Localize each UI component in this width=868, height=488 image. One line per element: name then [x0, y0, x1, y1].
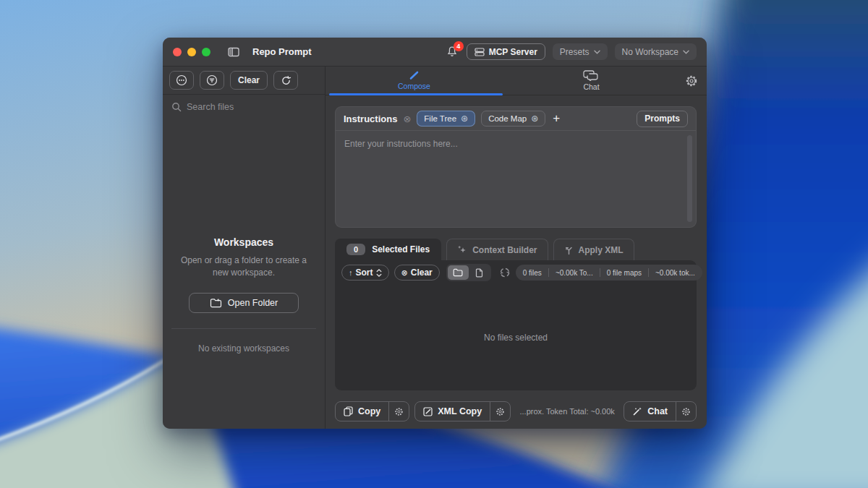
tab-compose[interactable]: Compose — [326, 67, 503, 95]
token-stats: 0 files ~0.00k To... 0 file maps ~0.00k … — [516, 265, 702, 281]
notifications-button[interactable]: 4 — [445, 45, 459, 59]
close-window-button[interactable] — [173, 48, 182, 56]
copy-icon — [344, 406, 353, 416]
selected-files-label: Selected Files — [372, 244, 430, 254]
copy-label: Copy — [358, 406, 380, 416]
open-folder-button[interactable]: Open Folder — [189, 293, 299, 313]
xml-copy-button[interactable]: XML Copy — [415, 402, 490, 421]
sidebar-toggle-icon[interactable] — [228, 47, 239, 57]
stat-file-tokens: ~0.00k To... — [556, 269, 593, 277]
server-icon — [475, 48, 485, 56]
chevron-down-icon — [683, 50, 689, 54]
instructions-scrollbar[interactable] — [687, 135, 692, 222]
sidebar: Clear — [163, 67, 326, 429]
desktop: Repo Prompt 4 — [0, 0, 868, 488]
workspace-label: No Workspace — [622, 47, 678, 57]
sort-button[interactable]: ↑ Sort — [341, 265, 389, 281]
selected-files-count-badge: 0 — [346, 244, 365, 255]
workspaces-description: Open or drag a folder to create a new wo… — [179, 254, 309, 280]
clear-files-label: Clear — [411, 267, 433, 278]
sidebar-clear-button[interactable]: Clear — [230, 71, 268, 90]
titlebar: Repo Prompt 4 — [163, 38, 707, 67]
copy-button-group: Copy — [335, 401, 409, 421]
view-mode-segmented-control — [446, 264, 491, 281]
files-toolbar: ↑ Sort ⊗ Clear — [335, 260, 697, 285]
more-options-button[interactable] — [169, 71, 194, 90]
arrow-up-icon: ↑ — [349, 268, 353, 277]
search-input[interactable] — [187, 102, 316, 112]
sidebar-clear-label: Clear — [238, 75, 260, 85]
search-bar — [163, 95, 325, 119]
sync-cycle-icon[interactable] — [499, 267, 511, 278]
edit-square-icon — [423, 407, 433, 416]
chip-toggle-icon[interactable]: ⊛ — [461, 114, 468, 123]
mode-tabstrip: Compose Chat — [326, 67, 707, 95]
chat-settings-button[interactable] — [676, 402, 696, 421]
prompts-label: Prompts — [644, 114, 680, 124]
folder-plus-icon — [210, 298, 222, 308]
xml-copy-settings-button[interactable] — [490, 402, 510, 421]
chat-tab-label: Chat — [583, 82, 599, 91]
zoom-window-button[interactable] — [202, 48, 210, 56]
workspaces-section: Workspaces Open or drag a folder to crea… — [163, 236, 325, 313]
chip-file-tree[interactable]: File Tree ⊛ — [417, 111, 475, 127]
tab-apply-xml[interactable]: Apply XML — [553, 239, 634, 260]
chat-button-label: Chat — [647, 406, 668, 416]
folder-view-button[interactable] — [448, 265, 469, 280]
xml-copy-label: XML Copy — [438, 406, 482, 416]
x-circle-icon: ⊗ — [401, 268, 408, 278]
stat-map-tokens: ~0.00k tok... — [655, 269, 695, 277]
instructions-textarea[interactable] — [336, 131, 696, 227]
presets-label: Presets — [560, 47, 590, 57]
compose-content: Instructions ⊗ File Tree ⊛ Code Map ⊛ + — [326, 95, 707, 429]
chip-code-map[interactable]: Code Map ⊛ — [481, 111, 545, 127]
sparkle-plus-icon — [457, 245, 467, 255]
no-files-message: No files selected — [335, 285, 697, 390]
stat-file-maps: 0 file maps — [607, 269, 642, 277]
compose-tab-label: Compose — [398, 82, 430, 90]
titlebar-controls: 4 MCP Server Presets — [445, 43, 697, 60]
sort-label: Sort — [356, 267, 373, 278]
settings-gear-button[interactable] — [685, 74, 698, 87]
workspace-dropdown[interactable]: No Workspace — [615, 43, 697, 60]
tab-context-builder[interactable]: Context Builder — [446, 239, 548, 260]
search-icon — [171, 102, 182, 112]
copy-settings-button[interactable] — [389, 402, 409, 421]
file-view-button[interactable] — [469, 265, 490, 280]
mcp-server-label: MCP Server — [489, 47, 537, 57]
xml-copy-button-group: XML Copy — [414, 401, 511, 421]
window-body: Clear — [163, 67, 707, 429]
traffic-lights — [173, 48, 210, 56]
wand-icon — [632, 406, 642, 416]
tab-chat[interactable]: Chat — [503, 67, 680, 95]
chat-bubbles-icon — [583, 70, 600, 81]
merge-branch-icon — [564, 245, 574, 255]
app-window: Repo Prompt 4 — [163, 38, 707, 429]
workspaces-heading: Workspaces — [179, 236, 309, 248]
context-builder-label: Context Builder — [472, 245, 537, 255]
tab-selected-files[interactable]: 0 Selected Files — [335, 239, 441, 260]
prompts-button[interactable]: Prompts — [637, 111, 688, 127]
compose-pencil-icon — [409, 71, 420, 80]
minimize-window-button[interactable] — [187, 48, 196, 56]
stat-files: 0 files — [523, 269, 542, 277]
up-down-chevrons-icon — [376, 269, 382, 277]
notification-badge: 4 — [454, 41, 464, 51]
remove-instructions-icon[interactable]: ⊗ — [403, 114, 411, 124]
sidebar-divider — [171, 328, 316, 329]
chat-button[interactable]: Chat — [624, 402, 676, 421]
approx-token-total: ...prox. Token Total: ~0.00k — [516, 407, 618, 416]
mcp-server-button[interactable]: MCP Server — [467, 43, 545, 60]
chip-toggle-icon[interactable]: ⊛ — [531, 114, 538, 123]
copy-button[interactable]: Copy — [336, 402, 388, 421]
instructions-header: Instructions ⊗ File Tree ⊛ Code Map ⊛ + — [336, 107, 696, 131]
clear-files-button[interactable]: ⊗ Clear — [394, 265, 440, 281]
selected-files-panel: ↑ Sort ⊗ Clear — [335, 260, 697, 390]
open-folder-label: Open Folder — [228, 298, 278, 308]
refresh-button[interactable] — [273, 71, 298, 90]
presets-dropdown[interactable]: Presets — [553, 43, 608, 60]
add-chip-button[interactable]: + — [553, 111, 560, 126]
instructions-label: Instructions — [344, 114, 397, 124]
sidebar-toolbar: Clear — [163, 67, 325, 95]
filter-button[interactable] — [200, 71, 224, 90]
